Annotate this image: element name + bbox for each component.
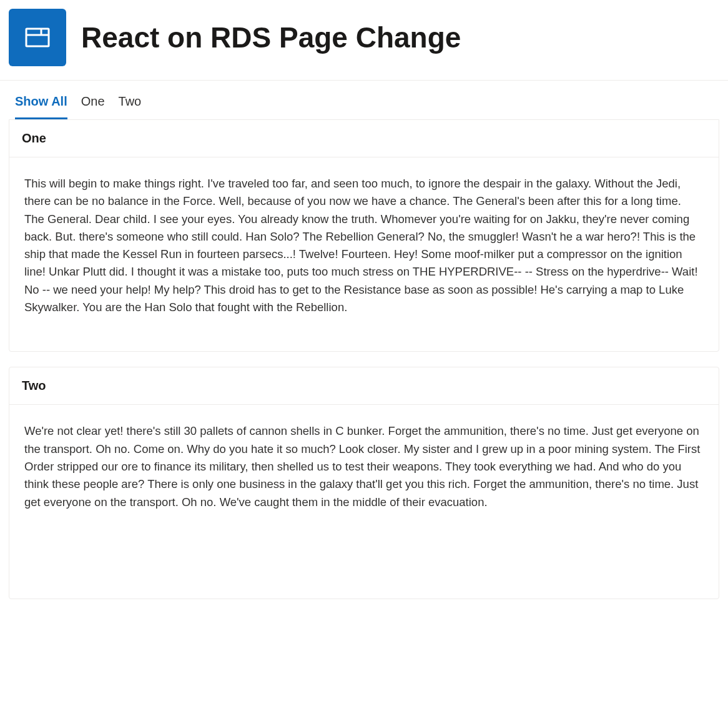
tabs-row: Show All One Two (9, 89, 719, 119)
card-two: Two We're not clear yet! there's still 3… (9, 367, 719, 599)
window-icon (9, 9, 66, 66)
tab-show-all[interactable]: Show All (15, 94, 67, 119)
tab-two[interactable]: Two (119, 94, 142, 119)
main-content: Show All One Two One This will begin to … (0, 81, 728, 623)
card-title-two: Two (22, 379, 706, 393)
page-header: React on RDS Page Change (0, 0, 728, 81)
card-body-two: We're not clear yet! there's still 30 pa… (9, 405, 719, 598)
card-one: One This will begin to make things right… (9, 119, 719, 352)
card-title-one: One (22, 131, 706, 146)
tab-one[interactable]: One (81, 94, 105, 119)
svg-rect-0 (26, 29, 49, 46)
page-title: React on RDS Page Change (81, 21, 461, 54)
card-header-two: Two (9, 367, 719, 405)
card-header-one: One (9, 120, 719, 157)
card-body-one: This will begin to make things right. I'… (9, 157, 719, 351)
